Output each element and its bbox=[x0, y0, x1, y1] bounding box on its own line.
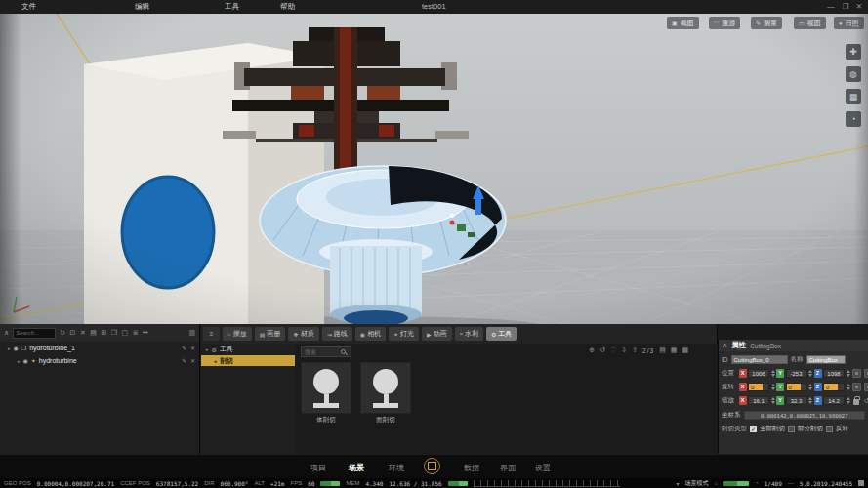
edit-item-icon[interactable]: ✎ bbox=[182, 345, 186, 351]
refresh-icon[interactable]: ↻ bbox=[60, 329, 65, 337]
visibility-eye-icon[interactable]: ◉ bbox=[14, 345, 19, 351]
viewport-3d[interactable]: ▣ 截图 ◠ 漫游 ✎ 测量 ▭ 视图 ● 日照 ✚ ◍ ▦ ◔ bbox=[0, 14, 868, 324]
home-icon[interactable]: ⌂ bbox=[715, 480, 719, 486]
list-view-icon[interactable]: ≣ bbox=[133, 329, 139, 337]
nav-environment[interactable]: 环境 bbox=[389, 463, 404, 473]
tab-light[interactable]: ✦灯光 bbox=[389, 327, 419, 341]
scale-y-field[interactable]: 32.3 bbox=[786, 396, 807, 405]
tree-item-hydroturbine-1[interactable]: ▸ ◉ ❒ hydroturbine_1 ✎ ✕ bbox=[0, 342, 199, 354]
grid-view-icon[interactable]: ▦ bbox=[671, 346, 678, 354]
paste-values-button[interactable] bbox=[864, 369, 868, 378]
outliner-search-input[interactable] bbox=[13, 328, 56, 339]
rotation-y-field[interactable]: 0 bbox=[786, 383, 807, 391]
checkbox-cut-partial[interactable] bbox=[788, 426, 795, 432]
lock-scale-icon[interactable] bbox=[852, 396, 861, 406]
tab-animation[interactable]: ▶动画 bbox=[422, 327, 452, 341]
large-grid-view-icon[interactable]: ▩ bbox=[682, 346, 688, 354]
tab-material[interactable]: ❖材质 bbox=[288, 327, 318, 341]
collapse-panel-icon[interactable]: ∧ bbox=[4, 329, 9, 337]
checkbox-invert[interactable] bbox=[826, 426, 833, 432]
tree-item-hydroturbine[interactable]: ▸ ◉ ✦ hydroturbine ✎ ✕ bbox=[0, 354, 199, 367]
sunlight-button[interactable]: ● 日照 bbox=[834, 17, 864, 29]
id-field[interactable]: CuttingBox_0 bbox=[731, 355, 788, 364]
tool-tree-item-cutting[interactable]: ● 剖切 bbox=[201, 355, 295, 366]
position-x-field[interactable]: 1006 bbox=[748, 369, 769, 378]
rotation-z-field[interactable]: 0 bbox=[823, 383, 845, 391]
menu-file[interactable]: 文件 bbox=[21, 2, 36, 12]
maximize-button[interactable]: ❐ bbox=[840, 2, 851, 11]
tool-search-input[interactable] bbox=[305, 347, 338, 356]
globe-button[interactable]: ◍ bbox=[846, 66, 861, 82]
favorite-icon[interactable]: ♡ bbox=[610, 346, 616, 354]
download-icon[interactable]: ⇩ bbox=[621, 346, 627, 354]
export-icon[interactable]: ↦ bbox=[143, 329, 148, 337]
position-y-field[interactable]: -253 bbox=[786, 369, 807, 378]
nav-interface[interactable]: 界面 bbox=[500, 463, 516, 473]
delete-item-icon[interactable]: ✕ bbox=[190, 357, 195, 364]
display-settings-button[interactable]: ◔ bbox=[846, 111, 861, 127]
nav-project[interactable]: 项目 bbox=[310, 463, 326, 473]
close-button[interactable]: ✕ bbox=[853, 2, 865, 11]
screenshot-button[interactable]: ▣ 截图 bbox=[667, 17, 699, 29]
value-stepper[interactable] bbox=[847, 383, 850, 391]
nav-data[interactable]: 数据 bbox=[464, 463, 479, 473]
frame-icon[interactable]: ▢ bbox=[122, 329, 129, 337]
rotation-x-field[interactable]: 0 bbox=[748, 383, 769, 391]
select-icon[interactable]: ⊡ bbox=[70, 329, 76, 337]
visibility-eye-icon[interactable]: ◉ bbox=[23, 357, 28, 364]
roam-button[interactable]: ◠ 漫游 bbox=[709, 17, 740, 29]
reset-icon[interactable]: ↺ bbox=[864, 396, 868, 405]
value-stepper[interactable] bbox=[847, 396, 850, 405]
copy-values-button[interactable] bbox=[852, 369, 861, 378]
clear-icon[interactable]: ✕ bbox=[80, 329, 86, 337]
expand-arrow-icon[interactable]: ▸ bbox=[18, 358, 21, 364]
add-icon[interactable]: ⊕ bbox=[589, 346, 595, 354]
name-field[interactable]: CuttingBox bbox=[806, 355, 846, 364]
dock-menu-button[interactable]: ≡ bbox=[203, 327, 220, 341]
panel-toggle-icon[interactable]: ▥ bbox=[188, 329, 195, 337]
value-stepper[interactable] bbox=[808, 396, 812, 405]
tab-tools[interactable]: ⚙工具 bbox=[486, 327, 517, 341]
minimize-button[interactable]: — bbox=[825, 2, 837, 11]
refresh-icon[interactable]: ↺ bbox=[599, 346, 605, 354]
folder-icon[interactable]: ▤ bbox=[90, 329, 97, 337]
value-stepper[interactable] bbox=[771, 383, 775, 391]
checkbox-cut-all[interactable]: ✓ bbox=[750, 426, 757, 432]
app-logo[interactable] bbox=[424, 458, 440, 474]
expand-icon[interactable]: ⊞ bbox=[101, 329, 106, 337]
copy-values-button[interactable] bbox=[852, 383, 861, 391]
status-square-icon[interactable] bbox=[858, 480, 864, 486]
tool-card-plane-cut[interactable]: 面剖切 bbox=[360, 362, 411, 425]
tab-route[interactable]: ↝路线 bbox=[322, 327, 352, 341]
tab-place[interactable]: ⌂摆放 bbox=[223, 327, 252, 341]
menu-help[interactable]: 帮助 bbox=[280, 2, 295, 12]
upload-icon[interactable]: ⇧ bbox=[632, 346, 638, 354]
scene-mode-selector[interactable]: 场景模式 bbox=[685, 479, 709, 488]
grid-button[interactable]: ▦ bbox=[846, 89, 861, 104]
position-z-field[interactable]: 1098 bbox=[823, 369, 845, 378]
measure-button[interactable]: ✎ 测量 bbox=[751, 17, 782, 29]
value-stepper[interactable] bbox=[771, 396, 775, 405]
nav-settings[interactable]: 设置 bbox=[535, 463, 551, 473]
menu-tools[interactable]: 工具 bbox=[225, 2, 239, 12]
expand-arrow-icon[interactable]: ▸ bbox=[8, 346, 11, 351]
tab-album[interactable]: ▤画册 bbox=[255, 327, 286, 341]
coordinate-field[interactable]: 0.000142,0.000025,10.980027 bbox=[744, 411, 866, 420]
list-view-icon[interactable]: ▤ bbox=[659, 346, 666, 354]
tab-water[interactable]: ≈水利 bbox=[455, 327, 483, 341]
scale-z-field[interactable]: 14.2 bbox=[823, 396, 845, 405]
delete-item-icon[interactable]: ✕ bbox=[190, 345, 195, 351]
scale-x-field[interactable]: 16.1 bbox=[748, 396, 769, 405]
value-stepper[interactable] bbox=[808, 383, 812, 391]
edit-item-icon[interactable]: ✎ bbox=[182, 357, 186, 364]
collapse-panel-icon[interactable]: ∧ bbox=[723, 342, 727, 349]
tool-search[interactable] bbox=[301, 346, 351, 357]
menu-edit[interactable]: 编辑 bbox=[135, 2, 149, 12]
nav-scene[interactable]: 场景 bbox=[349, 463, 364, 473]
duplicate-icon[interactable]: ❐ bbox=[111, 329, 117, 337]
value-stepper[interactable] bbox=[808, 369, 812, 378]
chevron-down-icon[interactable]: ▾ bbox=[676, 480, 679, 487]
paste-values-button[interactable] bbox=[864, 383, 868, 391]
tab-camera[interactable]: ◉相机 bbox=[355, 327, 386, 341]
tool-card-volume-cut[interactable]: 体剖切 bbox=[301, 362, 351, 425]
